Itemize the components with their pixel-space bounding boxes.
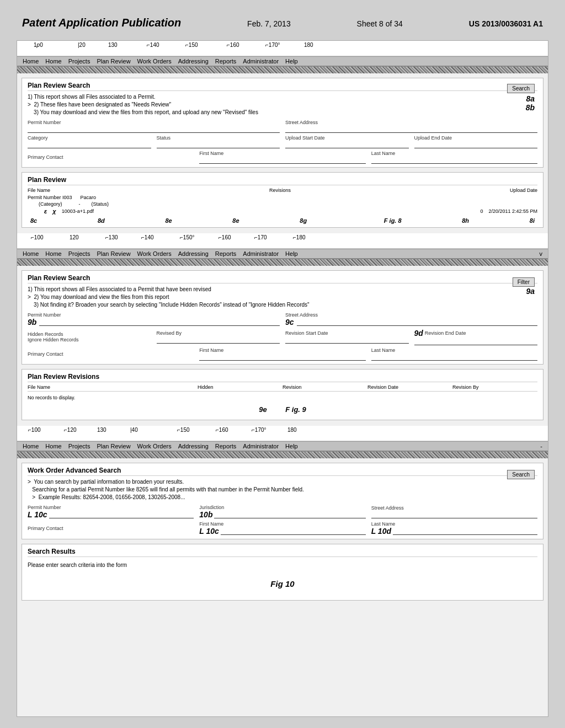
first9-input[interactable] [199,353,365,361]
nav-projects[interactable]: Projects [68,58,90,65]
search-results-message: Please enter search criteria into the fo… [28,559,537,571]
ruler-mark-160-fig10: ⌐160 [216,427,228,433]
search-button-fig10[interactable]: Search [507,470,535,479]
permit9-input-wrap: 9b [28,318,280,326]
permit9-label: Permit Number [28,312,280,318]
ruler-fig8: 1p0 |20 130 ⌐140 ⌐150 ⌐160 ⌐170° 180 [17,41,548,56]
nav9-home-1[interactable]: Home [23,250,39,257]
category-input[interactable] [28,141,151,148]
revision9-end-input[interactable] [414,338,538,345]
nav9-projects[interactable]: Projects [68,250,90,257]
ruler-mark-100: 1p0 [34,42,43,48]
search-area-fig8: Search 8a 8b [507,84,535,112]
revision9-start-label: Revision Start Date [285,330,409,336]
ruler-mark-130: 130 [108,42,118,48]
category-status-row: (Category) - (Status) [39,201,537,207]
page-container: Patent Application Publication Feb. 7, 2… [0,0,565,728]
annotation-9e: 9e [259,405,266,414]
wo-jurisdiction-field: Jurisdiction 10b [199,505,365,519]
nav10-work-orders[interactable]: Work Orders [137,443,172,449]
plan-review-search-panel: Plan Review Search 1) This report shows … [22,78,543,168]
revision9-end-field: 9d Revision End Date [414,329,538,345]
patent-number: US 2013/0036031 A1 [469,19,543,28]
status-input[interactable] [157,141,280,148]
wo-last-input[interactable] [393,527,537,535]
upload-end-input[interactable] [414,141,538,148]
nav9-reports[interactable]: Reports [215,250,237,257]
ruler-fig10: ⌐100 ⌐120 130 |40 ⌐150 ⌐160 ⌐170° 180 [17,426,548,441]
nav10-help[interactable]: Help [285,443,298,449]
nav-addressing[interactable]: Addressing [178,58,209,65]
street-address-input[interactable] [285,125,537,133]
last9-input[interactable] [371,353,537,361]
wo-permit-field: Permit Number L 10c [28,505,194,519]
filter-button-fig9[interactable]: Filter [513,277,535,287]
nav9-help[interactable]: Help [285,250,298,257]
permit-number-input[interactable] [28,125,280,133]
plan-review-panel: Plan Review File Name Revisions Upload D… [22,172,543,228]
ruler-mark-150-fig10: ⌐150 [177,427,190,433]
nav-help[interactable]: Help [285,58,298,65]
ruler-mark-160: ⌐160 [227,42,239,48]
annotation-10a: L 10c [28,510,47,519]
nav10-administrator[interactable]: Administrator [243,443,279,449]
ruler-mark-140: ⌐140 [147,42,159,48]
file-name-display: 10003-a+1.pdf [62,208,94,214]
ruler-mark-160-fig9: ⌐160 [218,234,231,240]
nav-reports[interactable]: Reports [215,58,237,65]
first-name-field: First Name [199,151,365,164]
nav9-plan-review[interactable]: Plan Review [97,250,130,257]
wo-primary-label: Primary Contact [28,526,194,531]
upload-start-field: Upload Start Date [285,135,409,148]
nav10-home-1[interactable]: Home [23,443,39,449]
wo-jurisdiction-input[interactable] [214,511,365,518]
upload-date-col: Upload Date [510,188,537,193]
nav10-reports[interactable]: Reports [215,443,237,449]
nav10-plan-review[interactable]: Plan Review [97,443,130,449]
revision9-start-input[interactable] [285,336,409,344]
wo-permit-input[interactable] [49,511,194,518]
search-button-fig8[interactable]: Search [507,84,535,93]
ruler-mark-140-fig10: |40 [130,427,138,433]
upload-end-label: Upload End Date [414,135,538,141]
street9-address-field: Street Address 9c [285,312,537,326]
wo-jurisdiction-label: Jurisdiction [199,505,365,510]
search9-form-row1: Permit Number 9b Street Address 9c [28,312,537,326]
nav9-home-2[interactable]: Home [45,250,61,257]
street9-input-wrap: 9c [285,318,537,326]
wo-street-input[interactable] [371,511,537,518]
street9-input[interactable] [297,318,537,326]
annot-8h: 8h [462,217,469,224]
upload-start-input[interactable] [285,141,409,148]
nav-bar-fig8: Home Home Projects Plan Review Work Orde… [17,56,548,67]
fig10-label-area: Fig 10 [28,571,537,597]
primary9-label: Primary Contact [28,351,194,357]
nav10-projects[interactable]: Projects [68,443,90,449]
nav9-work-orders[interactable]: Work Orders [137,250,172,257]
nav-administrator[interactable]: Administrator [243,58,279,65]
nav9-administrator[interactable]: Administrator [243,250,279,257]
wo-first-input[interactable] [221,527,366,535]
revised9-label: Revised By [157,330,280,336]
last9-name-field: Last Name [371,347,537,361]
wo-last-name-field: Last Name L 10d [371,521,537,536]
patent-date: Feb. 7, 2013 [247,19,291,28]
last-name-input[interactable] [371,156,537,164]
nav10-addressing[interactable]: Addressing [178,443,209,449]
permit9-input[interactable] [39,318,280,326]
wo-permit-label: Permit Number [28,505,194,510]
annotation-10b: 10b [199,510,212,519]
nav-home-2[interactable]: Home [45,58,61,65]
nav10-home-2[interactable]: Home [45,443,61,449]
ruler-mark-130-fig9: ⌐130 [105,234,118,240]
nav-home-1[interactable]: Home [23,58,39,65]
annot-8d: 8d [98,217,105,224]
nav-work-orders[interactable]: Work Orders [137,58,172,65]
search-results-panel: Search Results Please enter search crite… [22,544,543,601]
nav9-addressing[interactable]: Addressing [178,250,209,257]
instruction-3: 3) You may download and view the files f… [28,109,537,116]
revised9-input[interactable] [157,336,280,344]
first-name-input[interactable] [199,156,365,164]
search-form-row3: Primary Contact First Name Last Name [28,151,537,164]
nav-plan-review[interactable]: Plan Review [97,58,130,65]
